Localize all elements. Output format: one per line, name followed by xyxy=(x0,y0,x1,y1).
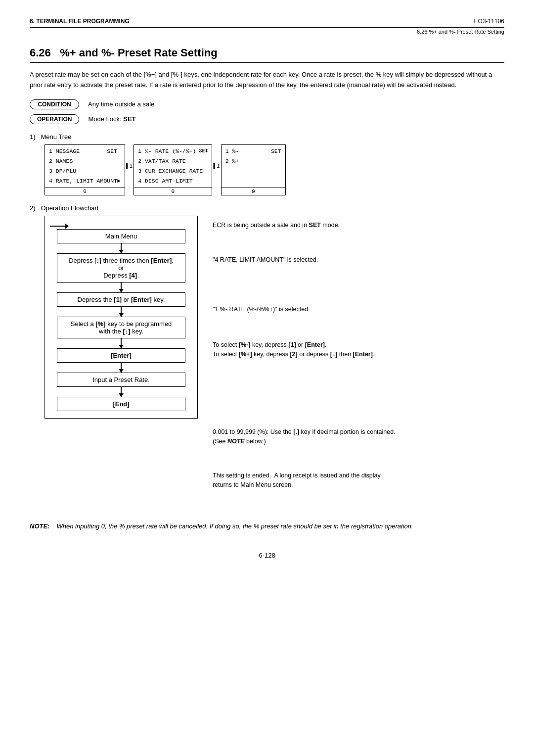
condition-badge: CONDITION xyxy=(30,99,79,109)
fc-node-select-pct: Select a [%] key to be programmedwith th… xyxy=(57,317,185,338)
operation-row: OPERATION Mode Lock: SET xyxy=(30,114,504,124)
section-number: 6.26 xyxy=(30,47,51,59)
menu-tree-title: 1) Menu Tree xyxy=(30,133,504,141)
menu-col2-row4: 4 DISC AMT LIMIT xyxy=(138,176,208,186)
fc-node-depress-down: Depress [↓] three times then [Enter].orD… xyxy=(57,253,185,283)
header: 6. TERMINAL FILE PROGRAMMING EO3-11106 xyxy=(30,18,504,25)
note-label: NOTE: xyxy=(30,521,49,532)
fc-note-depress-1: "1 %- RATE (%-/%%+)" is selected. xyxy=(213,305,396,325)
fc-note-enter xyxy=(213,391,396,412)
arrow5 xyxy=(121,363,122,373)
header-left: 6. TERMINAL FILE PROGRAMMING xyxy=(30,18,130,25)
menu-tree-diagram: 1 MESSAGE SET 2 NAMES 3 DP/PLU 4 RATE, L… xyxy=(44,144,504,196)
operation-value: Mode Lock: SET xyxy=(88,115,135,123)
fc-note-input-rate: 0,001 to 99,999 (%): Use the [.] key if … xyxy=(213,427,396,455)
intro-text: A preset rate may be set on each of the … xyxy=(30,70,504,91)
arrow3 xyxy=(121,307,122,317)
menu-col2-bottom: 0 xyxy=(134,188,212,195)
condition-row: CONDITION Any time outside a sale xyxy=(30,99,504,109)
arrow6 xyxy=(121,387,122,397)
menu-col2-row2: 2 VAT/TAX RATE xyxy=(138,156,208,166)
fc-node-depress-1: Depress the [1] or [Enter] key. xyxy=(57,292,185,307)
menu-col3-set: SET xyxy=(271,146,281,156)
flowchart-nodes: Main Menu Depress [↓] three times then [… xyxy=(50,229,192,411)
flowchart-section: 2) Operation Flowchart Main Menu xyxy=(30,204,504,507)
start-arrow-row xyxy=(50,223,192,229)
fc-note-select-pct: To select [%-] key, depress [1] or [Ente… xyxy=(213,340,396,375)
flowchart-title: 2) Operation Flowchart xyxy=(30,204,504,212)
header-divider xyxy=(30,27,504,28)
menu-col1-row4: 4 RATE, LIMIT AMOUNT► xyxy=(49,176,121,186)
menu-col1-row1: 1 MESSAGE SET xyxy=(49,146,121,156)
fc-node-main-menu: Main Menu xyxy=(57,229,185,243)
fc-node-enter: [Enter] xyxy=(57,348,185,363)
arrow4 xyxy=(121,338,122,348)
menu-col3-row2: 2 %+ xyxy=(225,156,281,166)
menu-col1-row3: 3 DP/PLU xyxy=(49,166,121,176)
menu-tree-section: 1) Menu Tree 1 MESSAGE SET 2 NAMES 3 DP/… xyxy=(30,133,504,196)
menu-col3-bottom: 0 xyxy=(221,188,285,195)
section-heading: %+ and %- Preset Rate Setting xyxy=(60,47,217,59)
arrow2 xyxy=(121,283,122,292)
page-number: 6-128 xyxy=(30,552,504,559)
menu-col2-row1: 1 %- RATE (%-/%+) xyxy=(138,146,196,156)
section-title: 6.26 %+ and %- Preset Rate Setting xyxy=(30,47,504,63)
set-strikethrough: SET xyxy=(199,147,208,156)
flowchart-notes: ECR is being outside a sale and in SET m… xyxy=(213,216,396,507)
note-text: When inputting 0, the % preset rate will… xyxy=(56,521,413,532)
menu-col2-row3: 3 CUR EXCHANGE RATE xyxy=(138,166,208,176)
header-right: EO3-11106 xyxy=(474,18,504,25)
flowchart-left-panel: Main Menu Depress [↓] three times then [… xyxy=(44,216,198,419)
fc-note-end: This setting is ended. A long receipt is… xyxy=(213,471,396,493)
fc-node-end: [End] xyxy=(57,397,185,411)
fc-note-depress-down: "4 RATE, LIMIT AMOUNT" is selected. xyxy=(213,255,396,289)
page: 6. TERMINAL FILE PROGRAMMING EO3-11106 6… xyxy=(0,0,534,756)
operation-badge: OPERATION xyxy=(30,114,79,124)
arrow1 xyxy=(121,243,122,253)
condition-value: Any time outside a sale xyxy=(88,100,154,108)
fc-note-main-menu: ECR is being outside a sale and in SET m… xyxy=(213,221,396,239)
flowchart-wrapper: Main Menu Depress [↓] three times then [… xyxy=(44,216,504,507)
menu-col3-row1: 1 %- xyxy=(225,146,239,156)
menu-col1-bottom: 0 xyxy=(45,188,125,195)
note-section: NOTE: When inputting 0, the % preset rat… xyxy=(30,521,504,532)
menu-col1-row2: 2 NAMES xyxy=(49,156,121,166)
header-sub: 6.26 %+ and %- Preset Rate Setting xyxy=(30,29,504,35)
fc-node-input-rate: Input a Preset Rate. xyxy=(57,373,185,387)
